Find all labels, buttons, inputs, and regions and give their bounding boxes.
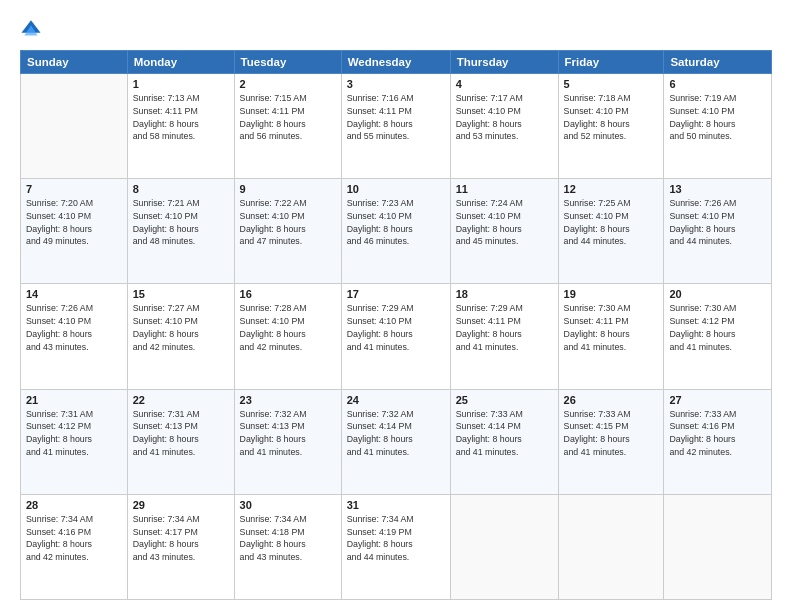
column-header-wednesday: Wednesday: [341, 51, 450, 74]
calendar-cell: 8Sunrise: 7:21 AM Sunset: 4:10 PM Daylig…: [127, 179, 234, 284]
calendar-cell: 22Sunrise: 7:31 AM Sunset: 4:13 PM Dayli…: [127, 389, 234, 494]
calendar-cell: 5Sunrise: 7:18 AM Sunset: 4:10 PM Daylig…: [558, 74, 664, 179]
day-info: Sunrise: 7:29 AM Sunset: 4:10 PM Dayligh…: [347, 302, 445, 353]
calendar-cell: 21Sunrise: 7:31 AM Sunset: 4:12 PM Dayli…: [21, 389, 128, 494]
day-info: Sunrise: 7:20 AM Sunset: 4:10 PM Dayligh…: [26, 197, 122, 248]
day-number: 1: [133, 78, 229, 90]
day-info: Sunrise: 7:30 AM Sunset: 4:12 PM Dayligh…: [669, 302, 766, 353]
day-info: Sunrise: 7:24 AM Sunset: 4:10 PM Dayligh…: [456, 197, 553, 248]
day-number: 31: [347, 499, 445, 511]
calendar-cell: 17Sunrise: 7:29 AM Sunset: 4:10 PM Dayli…: [341, 284, 450, 389]
calendar-cell: 27Sunrise: 7:33 AM Sunset: 4:16 PM Dayli…: [664, 389, 772, 494]
day-info: Sunrise: 7:15 AM Sunset: 4:11 PM Dayligh…: [240, 92, 336, 143]
day-info: Sunrise: 7:19 AM Sunset: 4:10 PM Dayligh…: [669, 92, 766, 143]
calendar-cell: 10Sunrise: 7:23 AM Sunset: 4:10 PM Dayli…: [341, 179, 450, 284]
calendar-cell: 12Sunrise: 7:25 AM Sunset: 4:10 PM Dayli…: [558, 179, 664, 284]
day-number: 12: [564, 183, 659, 195]
day-number: 6: [669, 78, 766, 90]
day-info: Sunrise: 7:28 AM Sunset: 4:10 PM Dayligh…: [240, 302, 336, 353]
day-number: 9: [240, 183, 336, 195]
day-number: 29: [133, 499, 229, 511]
calendar-cell: 1Sunrise: 7:13 AM Sunset: 4:11 PM Daylig…: [127, 74, 234, 179]
day-info: Sunrise: 7:34 AM Sunset: 4:19 PM Dayligh…: [347, 513, 445, 564]
day-number: 25: [456, 394, 553, 406]
column-header-tuesday: Tuesday: [234, 51, 341, 74]
day-number: 13: [669, 183, 766, 195]
calendar-cell: [21, 74, 128, 179]
day-info: Sunrise: 7:31 AM Sunset: 4:12 PM Dayligh…: [26, 408, 122, 459]
day-info: Sunrise: 7:17 AM Sunset: 4:10 PM Dayligh…: [456, 92, 553, 143]
column-header-monday: Monday: [127, 51, 234, 74]
calendar-cell: 13Sunrise: 7:26 AM Sunset: 4:10 PM Dayli…: [664, 179, 772, 284]
day-info: Sunrise: 7:16 AM Sunset: 4:11 PM Dayligh…: [347, 92, 445, 143]
day-number: 19: [564, 288, 659, 300]
day-info: Sunrise: 7:22 AM Sunset: 4:10 PM Dayligh…: [240, 197, 336, 248]
day-number: 27: [669, 394, 766, 406]
day-number: 21: [26, 394, 122, 406]
calendar-cell: 25Sunrise: 7:33 AM Sunset: 4:14 PM Dayli…: [450, 389, 558, 494]
calendar-cell: 20Sunrise: 7:30 AM Sunset: 4:12 PM Dayli…: [664, 284, 772, 389]
day-number: 22: [133, 394, 229, 406]
day-info: Sunrise: 7:27 AM Sunset: 4:10 PM Dayligh…: [133, 302, 229, 353]
calendar-week-row: 21Sunrise: 7:31 AM Sunset: 4:12 PM Dayli…: [21, 389, 772, 494]
logo: [20, 18, 46, 40]
calendar-cell: 28Sunrise: 7:34 AM Sunset: 4:16 PM Dayli…: [21, 494, 128, 599]
day-number: 26: [564, 394, 659, 406]
column-header-thursday: Thursday: [450, 51, 558, 74]
day-info: Sunrise: 7:13 AM Sunset: 4:11 PM Dayligh…: [133, 92, 229, 143]
day-info: Sunrise: 7:18 AM Sunset: 4:10 PM Dayligh…: [564, 92, 659, 143]
day-info: Sunrise: 7:33 AM Sunset: 4:14 PM Dayligh…: [456, 408, 553, 459]
column-header-sunday: Sunday: [21, 51, 128, 74]
calendar-cell: 30Sunrise: 7:34 AM Sunset: 4:18 PM Dayli…: [234, 494, 341, 599]
day-number: 20: [669, 288, 766, 300]
calendar-cell: 26Sunrise: 7:33 AM Sunset: 4:15 PM Dayli…: [558, 389, 664, 494]
calendar-header-row: SundayMondayTuesdayWednesdayThursdayFrid…: [21, 51, 772, 74]
day-info: Sunrise: 7:34 AM Sunset: 4:16 PM Dayligh…: [26, 513, 122, 564]
calendar-cell: [450, 494, 558, 599]
day-number: 28: [26, 499, 122, 511]
calendar-cell: 7Sunrise: 7:20 AM Sunset: 4:10 PM Daylig…: [21, 179, 128, 284]
day-info: Sunrise: 7:32 AM Sunset: 4:13 PM Dayligh…: [240, 408, 336, 459]
calendar-cell: [664, 494, 772, 599]
day-number: 16: [240, 288, 336, 300]
calendar-week-row: 28Sunrise: 7:34 AM Sunset: 4:16 PM Dayli…: [21, 494, 772, 599]
day-info: Sunrise: 7:25 AM Sunset: 4:10 PM Dayligh…: [564, 197, 659, 248]
day-number: 23: [240, 394, 336, 406]
day-info: Sunrise: 7:30 AM Sunset: 4:11 PM Dayligh…: [564, 302, 659, 353]
day-info: Sunrise: 7:26 AM Sunset: 4:10 PM Dayligh…: [669, 197, 766, 248]
day-info: Sunrise: 7:21 AM Sunset: 4:10 PM Dayligh…: [133, 197, 229, 248]
calendar-cell: 14Sunrise: 7:26 AM Sunset: 4:10 PM Dayli…: [21, 284, 128, 389]
page: SundayMondayTuesdayWednesdayThursdayFrid…: [0, 0, 792, 612]
calendar-cell: 23Sunrise: 7:32 AM Sunset: 4:13 PM Dayli…: [234, 389, 341, 494]
day-info: Sunrise: 7:34 AM Sunset: 4:18 PM Dayligh…: [240, 513, 336, 564]
day-number: 10: [347, 183, 445, 195]
day-number: 30: [240, 499, 336, 511]
calendar-cell: 16Sunrise: 7:28 AM Sunset: 4:10 PM Dayli…: [234, 284, 341, 389]
calendar-cell: 15Sunrise: 7:27 AM Sunset: 4:10 PM Dayli…: [127, 284, 234, 389]
day-number: 24: [347, 394, 445, 406]
day-number: 3: [347, 78, 445, 90]
day-info: Sunrise: 7:34 AM Sunset: 4:17 PM Dayligh…: [133, 513, 229, 564]
day-number: 18: [456, 288, 553, 300]
day-number: 5: [564, 78, 659, 90]
calendar-week-row: 7Sunrise: 7:20 AM Sunset: 4:10 PM Daylig…: [21, 179, 772, 284]
calendar-cell: 29Sunrise: 7:34 AM Sunset: 4:17 PM Dayli…: [127, 494, 234, 599]
calendar-cell: 2Sunrise: 7:15 AM Sunset: 4:11 PM Daylig…: [234, 74, 341, 179]
calendar-cell: 6Sunrise: 7:19 AM Sunset: 4:10 PM Daylig…: [664, 74, 772, 179]
day-number: 4: [456, 78, 553, 90]
day-number: 8: [133, 183, 229, 195]
calendar-cell: 19Sunrise: 7:30 AM Sunset: 4:11 PM Dayli…: [558, 284, 664, 389]
calendar-week-row: 1Sunrise: 7:13 AM Sunset: 4:11 PM Daylig…: [21, 74, 772, 179]
day-number: 7: [26, 183, 122, 195]
day-number: 15: [133, 288, 229, 300]
calendar-cell: 11Sunrise: 7:24 AM Sunset: 4:10 PM Dayli…: [450, 179, 558, 284]
column-header-friday: Friday: [558, 51, 664, 74]
calendar-cell: 9Sunrise: 7:22 AM Sunset: 4:10 PM Daylig…: [234, 179, 341, 284]
column-header-saturday: Saturday: [664, 51, 772, 74]
day-number: 11: [456, 183, 553, 195]
day-number: 2: [240, 78, 336, 90]
day-info: Sunrise: 7:33 AM Sunset: 4:15 PM Dayligh…: [564, 408, 659, 459]
logo-icon: [20, 18, 42, 40]
day-number: 17: [347, 288, 445, 300]
day-info: Sunrise: 7:33 AM Sunset: 4:16 PM Dayligh…: [669, 408, 766, 459]
